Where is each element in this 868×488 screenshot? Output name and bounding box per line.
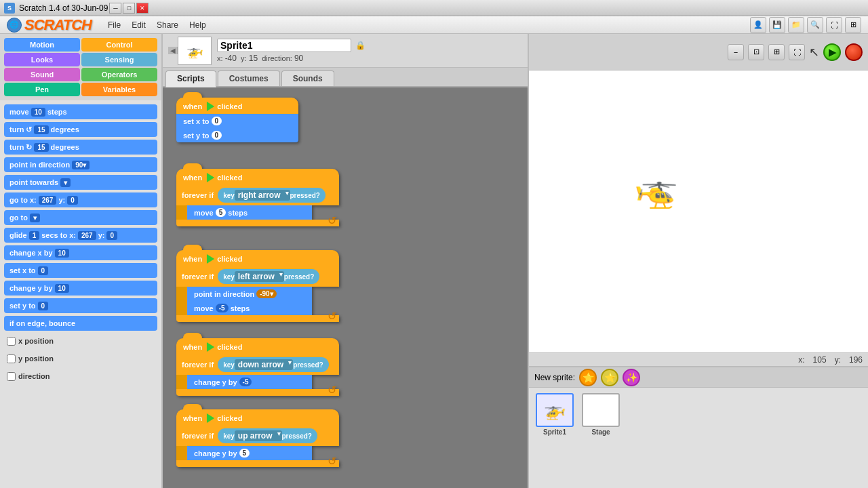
upload-sprite-button[interactable]: ⭐ bbox=[601, 369, 618, 386]
move-block-2[interactable]: move 5 steps bbox=[187, 205, 312, 220]
y-coord-label: y: bbox=[835, 355, 841, 365]
paint-sprite-button[interactable]: ⭐ bbox=[579, 369, 597, 386]
sprite-thumbnail: 🚁 bbox=[178, 37, 212, 65]
script-group-2[interactable]: when clicked forever if key right arrow … bbox=[176, 169, 339, 226]
help-menu[interactable]: Help bbox=[184, 19, 212, 31]
stop-button[interactable] bbox=[845, 43, 863, 61]
category-pen[interactable]: Pen bbox=[4, 83, 80, 96]
stage-zoom-normal-btn[interactable]: ⊡ bbox=[748, 44, 764, 60]
close-button[interactable]: ✕ bbox=[136, 3, 149, 14]
toolbar-icon-5[interactable]: ⛶ bbox=[826, 17, 842, 33]
x-position-checkbox[interactable] bbox=[7, 337, 16, 346]
stage-fullscreen-btn[interactable]: ⛶ bbox=[789, 44, 805, 60]
block-set-x[interactable]: set x to 0 bbox=[4, 263, 157, 278]
maximize-button[interactable]: □ bbox=[123, 3, 135, 14]
forever-if-top-2[interactable]: forever if key right arrow pressed? bbox=[176, 185, 339, 205]
toolbar-icon-4[interactable]: 🔍 bbox=[807, 17, 823, 33]
share-menu[interactable]: Share bbox=[151, 19, 184, 31]
point-direction-block[interactable]: point in direction -90▾ bbox=[187, 287, 312, 301]
sprite-name-input[interactable] bbox=[217, 39, 351, 52]
block-go-to[interactable]: go to ▾ bbox=[4, 210, 157, 225]
block-direction[interactable]: direction bbox=[4, 369, 157, 384]
forever-bottom-4: ↺ bbox=[176, 389, 339, 396]
category-motion[interactable]: Motion bbox=[4, 38, 80, 52]
block-y-position[interactable]: y position bbox=[4, 351, 157, 366]
set-x-block[interactable]: set x to 0 bbox=[176, 114, 298, 128]
panel-collapse-btn[interactable]: ◀ bbox=[168, 47, 178, 54]
forever-if-top-4[interactable]: forever if key down arrow pressed? bbox=[176, 354, 339, 375]
stage-canvas[interactable]: 🚁 bbox=[529, 70, 868, 352]
titlebar: S Scratch 1.4 of 30-Jun-09 ─ □ ✕ bbox=[0, 0, 868, 16]
stage-name: Stage bbox=[591, 428, 610, 436]
category-operators[interactable]: Operators bbox=[81, 68, 157, 81]
globe-icon[interactable]: 🌐 bbox=[7, 18, 22, 33]
block-change-y[interactable]: change y by 10 bbox=[4, 281, 157, 296]
main-area: Motion Control Looks Sensing Sound Opera… bbox=[0, 34, 868, 488]
tab-sounds[interactable]: Sounds bbox=[281, 70, 334, 86]
block-x-position[interactable]: x position bbox=[4, 333, 157, 348]
tab-scripts[interactable]: Scripts bbox=[165, 70, 216, 87]
forever-bottom-5: ↺ bbox=[176, 460, 339, 467]
toolbar-icon-6[interactable]: ⊞ bbox=[845, 17, 861, 33]
stage-zoom-out-btn[interactable]: − bbox=[728, 44, 744, 60]
tab-costumes[interactable]: Costumes bbox=[218, 70, 280, 86]
when-clicked-hat-2[interactable]: when clicked bbox=[176, 169, 339, 185]
toolbar-icon-2[interactable]: 💾 bbox=[769, 17, 785, 33]
stage-thumbnail bbox=[582, 393, 620, 427]
block-go-to-xy[interactable]: go to x: 267 y: 0 bbox=[4, 192, 157, 207]
when-clicked-hat-5[interactable]: when clicked bbox=[176, 409, 339, 426]
block-point-towards[interactable]: point towards ▾ bbox=[4, 175, 157, 190]
y-coord-value: 196 bbox=[849, 355, 863, 365]
toolbar-icon-3[interactable]: 📁 bbox=[788, 17, 804, 33]
title-icon: S bbox=[4, 3, 15, 14]
blocks-panel: Motion Control Looks Sensing Sound Opera… bbox=[0, 34, 163, 488]
when-clicked-hat-3[interactable]: when clicked bbox=[176, 250, 339, 266]
forever-if-top-5[interactable]: forever if key up arrow pressed? bbox=[176, 426, 339, 446]
minimize-button[interactable]: ─ bbox=[109, 3, 121, 14]
category-control[interactable]: Control bbox=[81, 38, 157, 52]
script-group-4[interactable]: when clicked forever if key down arrow p… bbox=[176, 338, 339, 396]
change-y-neg5-block[interactable]: change y by -5 bbox=[187, 375, 312, 389]
block-turn-ccw[interactable]: turn ↺ 15 degrees bbox=[4, 122, 157, 137]
block-move[interactable]: move 10 steps bbox=[4, 104, 157, 119]
when-clicked-hat-4[interactable]: when clicked bbox=[176, 338, 339, 354]
sprite-item-stage[interactable]: Stage bbox=[580, 393, 621, 436]
block-list: move 10 steps turn ↺ 15 degrees turn ↻ 1… bbox=[0, 100, 161, 488]
script-group-5[interactable]: when clicked forever if key up arrow pre… bbox=[176, 409, 339, 467]
forever-bottom-2: ↺ bbox=[176, 220, 339, 226]
sprite-coords: x: -40 y: 15 direction: 90 bbox=[217, 54, 366, 63]
forever-left-3 bbox=[176, 287, 187, 315]
category-sensing[interactable]: Sensing bbox=[81, 53, 157, 66]
script-group-3[interactable]: when clicked forever if key left arrow p… bbox=[176, 250, 339, 322]
scripts-panel: ◀ 🚁 🔒 x: -40 y: 15 direction: 90 Scripts… bbox=[163, 34, 529, 488]
set-y-block[interactable]: set y to 0 bbox=[176, 128, 298, 142]
edit-menu[interactable]: Edit bbox=[126, 19, 151, 31]
surprise-sprite-button[interactable]: ✨ bbox=[623, 369, 640, 386]
when-clicked-hat[interactable]: when clicked bbox=[176, 98, 298, 114]
category-variables[interactable]: Variables bbox=[81, 83, 157, 96]
sprite-item-sprite1[interactable]: 🚁 Sprite1 bbox=[534, 393, 575, 436]
move-neg5-block[interactable]: move -5 steps bbox=[187, 301, 312, 315]
block-set-y[interactable]: set y to 0 bbox=[4, 298, 157, 313]
direction-checkbox[interactable] bbox=[7, 372, 16, 381]
block-turn-cw[interactable]: turn ↻ 15 degrees bbox=[4, 140, 157, 155]
block-bounce[interactable]: if on edge, bounce bbox=[4, 316, 157, 331]
block-point-direction[interactable]: point in direction 90▾ bbox=[4, 157, 157, 172]
new-sprite-label: New sprite: bbox=[534, 373, 575, 382]
block-change-x[interactable]: change x by 10 bbox=[4, 245, 157, 260]
stage-zoom-in-btn[interactable]: ⊞ bbox=[768, 44, 785, 60]
lock-icon: 🔒 bbox=[355, 41, 366, 50]
green-flag-button[interactable]: ▶ bbox=[823, 43, 841, 61]
change-y-5-block[interactable]: change y by 5 bbox=[187, 446, 312, 460]
category-sound[interactable]: Sound bbox=[4, 68, 80, 81]
toolbar-icon-1[interactable]: 👤 bbox=[750, 17, 766, 33]
script-group-1[interactable]: when clicked set x to 0 set y to 0 bbox=[176, 98, 298, 142]
category-looks[interactable]: Looks bbox=[4, 53, 80, 66]
y-position-checkbox[interactable] bbox=[7, 354, 16, 363]
file-menu[interactable]: File bbox=[102, 19, 126, 31]
forever-if-top-3[interactable]: forever if key left arrow pressed? bbox=[176, 266, 339, 287]
tabs: Scripts Costumes Sounds bbox=[163, 68, 528, 87]
scripts-canvas[interactable]: when clicked set x to 0 set y to 0 when … bbox=[163, 87, 528, 488]
block-glide[interactable]: glide 1 secs to x: 267 y: 0 bbox=[4, 228, 157, 243]
categories: Motion Control Looks Sensing Sound Opera… bbox=[0, 34, 161, 100]
